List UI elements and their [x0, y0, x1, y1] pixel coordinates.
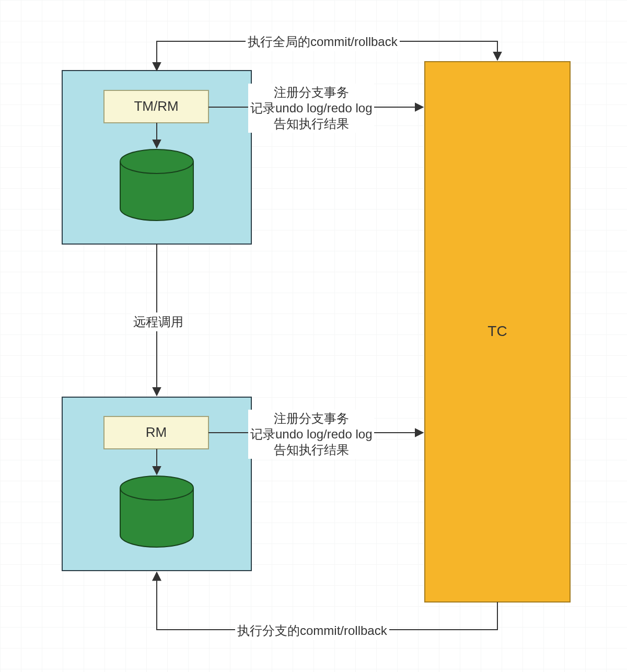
label-branch-commit: 执行分支的commit/rollback [235, 621, 389, 640]
db-icon-2 [120, 476, 193, 547]
tc-label: TC [425, 323, 570, 340]
rm-label: RM [104, 424, 208, 441]
label-register-2: 注册分支事务 记录undo log/redo log 告知执行结果 [248, 410, 374, 459]
diagram-canvas: TM/RM RM TC 执行全局的commit/rollback 注册分支事务 … [0, 0, 627, 672]
tm-rm-label: TM/RM [104, 98, 208, 114]
label-register-1: 注册分支事务 记录undo log/redo log 告知执行结果 [248, 84, 374, 133]
db-icon-1 [120, 149, 193, 221]
label-remote-call: 远程调用 [131, 312, 185, 331]
label-global-commit: 执行全局的commit/rollback [246, 32, 400, 51]
